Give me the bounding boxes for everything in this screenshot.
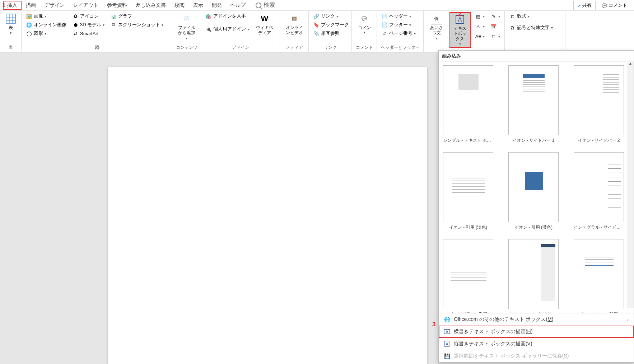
- thumb-label: オースティン - サイドバー: [508, 311, 559, 313]
- object-icon: □: [490, 33, 497, 39]
- video-icon: 🎞️: [289, 13, 300, 24]
- gallery-thumb[interactable]: イオン - 引用 (濃色): [508, 152, 559, 230]
- comment-insert-icon: 💬: [359, 13, 370, 24]
- my-addins-button[interactable]: 🔌個人用アドイン▾: [204, 25, 251, 33]
- drop-cap-button[interactable]: A≡▾: [474, 32, 486, 40]
- gallery-thumb[interactable]: イオン - 引用 (淡色): [443, 152, 493, 230]
- comments-button[interactable]: コメント: [598, 1, 631, 10]
- tab-references[interactable]: 参考資料: [103, 1, 131, 10]
- pagenum-icon: #: [381, 30, 388, 37]
- thumb-label: シンプル - テキスト ボッ...: [443, 137, 493, 144]
- thumb-label: インテグラル - 引用: [443, 311, 493, 313]
- thumb-preview: [574, 65, 624, 135]
- tab-mailings[interactable]: 差し込み文書: [131, 1, 170, 10]
- gallery-thumb[interactable]: インテグラル - 引用: [443, 239, 493, 313]
- icons-icon: ✪: [72, 13, 79, 19]
- online-pictures-button[interactable]: 🌐オンライン画像: [24, 21, 68, 29]
- greeting-button[interactable]: 例 あいさつ文 ▾: [426, 12, 447, 41]
- group-label-addins: アドイン: [204, 45, 277, 51]
- tab-view[interactable]: 表示: [189, 1, 208, 10]
- draw-horizontal-textbox[interactable]: A 横書きテキスト ボックスの描画(H): [439, 326, 634, 338]
- tab-design[interactable]: デザイン: [40, 1, 69, 10]
- globe-icon: 🌐: [444, 316, 450, 323]
- group-label-media: メディア: [283, 45, 306, 51]
- scroll-up-icon[interactable]: ▲: [627, 61, 634, 68]
- insert-comment-button[interactable]: 💬 コメント: [355, 12, 374, 36]
- chevron-right-icon: ›: [627, 317, 629, 322]
- object-button[interactable]: □▾: [489, 32, 502, 40]
- quick-parts-button[interactable]: ▤▾: [474, 12, 486, 20]
- footer-button[interactable]: 📄フッター▾: [380, 21, 417, 29]
- margin-corner-tl: [151, 110, 159, 118]
- get-addins-button[interactable]: 🛍️アドインを入手: [204, 12, 251, 20]
- gallery-thumb[interactable]: オースティン - 引用: [574, 239, 624, 313]
- table-icon: [5, 13, 17, 24]
- group-label-hf: ヘッダーとフッター: [380, 45, 420, 51]
- gallery-thumb[interactable]: シンプル - テキスト ボッ...: [443, 65, 493, 144]
- comment-icon: [602, 3, 607, 8]
- tab-insert[interactable]: 挿入: [3, 1, 22, 10]
- smartart-button[interactable]: ⇄SmartArt: [71, 29, 106, 37]
- thumb-preview: [508, 152, 559, 222]
- draw-v-label: 縦書きテキスト ボックスの描画(V): [454, 341, 532, 347]
- header-button[interactable]: 📄ヘッダー▾: [380, 12, 417, 20]
- xref-icon: 📎: [313, 30, 320, 37]
- date-time-button[interactable]: 📅: [489, 22, 502, 30]
- screenshot-button[interactable]: ⧉スクリーンショット▾: [109, 21, 165, 29]
- tab-developer[interactable]: 開発: [208, 1, 226, 10]
- save-sel-label: 選択範囲をテキスト ボックス ギャラリーに保存(S): [454, 353, 569, 359]
- thumb-label: インテグラル - サイドバー: [574, 224, 624, 230]
- signature-icon: ✎: [490, 13, 497, 19]
- thumb-preview: [508, 65, 559, 135]
- share-icon: [577, 3, 581, 8]
- menubar: 挿入 描画 デザイン レイアウト 参考資料 差し込み文書 校閲 表示 開発 ヘル…: [0, 0, 634, 11]
- online-picture-icon: 🌐: [26, 22, 32, 28]
- tab-layout[interactable]: レイアウト: [69, 1, 103, 10]
- draw-vertical-textbox[interactable]: A 縦書きテキスト ボックスの描画(V): [439, 338, 634, 350]
- search-icon: [256, 3, 261, 8]
- 3d-models-button[interactable]: ⬢3D モデル▾: [71, 21, 106, 29]
- reuse-files-button[interactable]: 📄 ファイルから追加 ▾: [175, 12, 198, 41]
- group-label-table: 表: [3, 45, 18, 51]
- more-office-textboxes[interactable]: 🌐 Office.com のその他のテキスト ボックス(M) ›: [439, 313, 634, 326]
- equation-button[interactable]: π数式▾: [508, 12, 554, 20]
- svg-rect-0: [6, 14, 15, 23]
- pictures-button[interactable]: 🖼️画像▾: [24, 12, 68, 20]
- group-label-content: コンテンツ: [175, 45, 198, 51]
- gallery-scrollbar[interactable]: ▲: [627, 61, 634, 308]
- gallery-thumb[interactable]: イオン - サイドバー 1: [508, 65, 559, 144]
- search-box[interactable]: 検索: [256, 1, 275, 9]
- table-button[interactable]: 表 ▾: [3, 12, 19, 36]
- shapes-button[interactable]: ◯図形▾: [24, 29, 68, 37]
- icons-button[interactable]: ✪アイコン: [71, 12, 106, 20]
- draw-h-label: 横書きテキスト ボックスの描画(H): [454, 328, 532, 335]
- gallery-thumb[interactable]: オースティン - サイドバー: [508, 239, 559, 313]
- document-page[interactable]: [108, 67, 427, 364]
- tab-help[interactable]: ヘルプ: [226, 1, 250, 10]
- wikipedia-button[interactable]: W ウィキペディア: [253, 12, 276, 36]
- tab-review[interactable]: 校閲: [170, 1, 189, 10]
- thumb-preview: [443, 239, 493, 309]
- thumb-label: イオン - サイドバー 2: [574, 137, 624, 144]
- link-button[interactable]: 🔗リンク▾: [312, 12, 350, 20]
- header-icon: 📄: [381, 13, 388, 19]
- share-button[interactable]: 共有: [573, 1, 596, 10]
- chart-button[interactable]: 📊グラフ: [109, 12, 165, 20]
- bookmark-button[interactable]: 🔖ブックマーク: [312, 21, 350, 29]
- page-number-button[interactable]: #ページ番号▾: [380, 29, 417, 37]
- cross-reference-button[interactable]: 📎相互参照: [312, 29, 350, 37]
- group-label-illustrations: 図: [24, 45, 169, 51]
- share-label: 共有: [582, 2, 592, 9]
- gallery-thumb[interactable]: インテグラル - サイドバー: [574, 152, 624, 230]
- wordart-button[interactable]: A▾: [474, 22, 486, 30]
- symbol-button[interactable]: Ω記号と特殊文字▾: [508, 24, 554, 32]
- svg-text:A: A: [446, 330, 448, 334]
- store-icon: 🛍️: [205, 13, 212, 19]
- svg-text:A: A: [446, 342, 448, 346]
- chart-icon: 📊: [110, 13, 117, 19]
- tab-draw[interactable]: 描画: [22, 1, 40, 10]
- signature-line-button[interactable]: ✎▾: [489, 12, 502, 20]
- online-video-button[interactable]: 🎞️ オンラインビデオ: [283, 12, 306, 36]
- gallery-thumb[interactable]: イオン - サイドバー 2: [574, 65, 624, 144]
- group-label-comment: コメント: [355, 45, 374, 51]
